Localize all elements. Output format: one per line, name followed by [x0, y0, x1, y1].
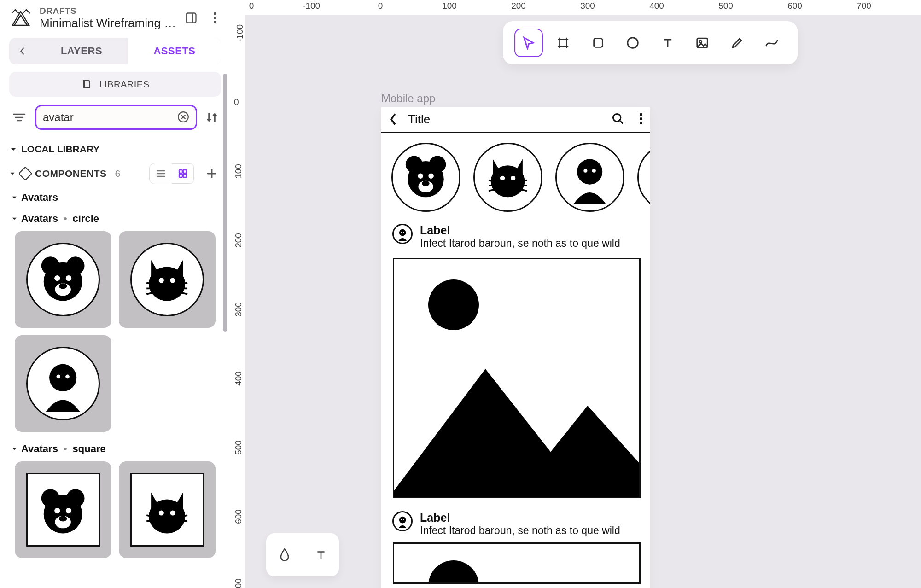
square-avatar-grid — [15, 461, 216, 558]
tab-assets[interactable]: ASSETS — [128, 38, 221, 64]
view-grid-button[interactable] — [172, 163, 194, 184]
asset-bear-circle[interactable] — [15, 231, 111, 328]
sun-icon — [428, 560, 479, 584]
search-input[interactable] — [43, 111, 177, 124]
svg-point-78 — [584, 169, 588, 173]
aux-opacity-icon[interactable] — [273, 543, 297, 567]
svg-rect-51 — [560, 40, 567, 47]
asset-cat-circle[interactable] — [119, 231, 216, 328]
local-library-header[interactable]: LOCAL LIBRARY — [9, 140, 221, 158]
asset-person-circle[interactable] — [15, 335, 111, 432]
ruler-h-tick: 400 — [649, 1, 664, 11]
tool-curve[interactable] — [758, 29, 786, 57]
add-component-button[interactable] — [203, 164, 221, 183]
app-logo[interactable] — [8, 6, 33, 30]
svg-point-4 — [214, 21, 216, 24]
svg-point-36 — [66, 375, 70, 379]
story-avatar-bear[interactable] — [391, 143, 460, 212]
tab-back-button[interactable] — [9, 38, 35, 64]
ruler-v-tick: 800 — [233, 578, 244, 588]
search-box[interactable] — [35, 105, 197, 130]
svg-point-24 — [59, 284, 67, 289]
svg-point-81 — [399, 229, 406, 236]
artboard-search-icon[interactable] — [612, 112, 625, 126]
tool-frame[interactable] — [549, 29, 577, 57]
tool-ellipse[interactable] — [618, 29, 647, 57]
libraries-button[interactable]: LIBRARIES — [9, 72, 221, 97]
drafts-label: DRAFTS — [40, 6, 178, 16]
post-image-placeholder[interactable] — [393, 258, 641, 498]
svg-point-53 — [628, 38, 638, 48]
svg-point-67 — [422, 181, 430, 186]
svg-point-43 — [59, 516, 67, 522]
components-header[interactable]: COMPONENTS 6 — [9, 168, 120, 179]
main-toolbar — [503, 21, 798, 64]
artboard-back-icon[interactable] — [388, 112, 402, 126]
ruler-v-tick: 400 — [233, 371, 244, 386]
aux-text-icon[interactable] — [309, 543, 333, 567]
group-circle-name: circle — [73, 213, 99, 225]
svg-point-21 — [55, 275, 60, 281]
svg-point-83 — [403, 232, 404, 233]
ruler-v-tick: 100 — [233, 164, 244, 179]
kebab-menu-icon[interactable] — [208, 11, 222, 25]
panel-toggle-icon[interactable] — [184, 11, 198, 25]
components-row: COMPONENTS 6 — [9, 163, 221, 184]
svg-point-69 — [500, 176, 505, 180]
group-avatars-square[interactable]: Avatars • square — [11, 443, 219, 455]
svg-rect-13 — [183, 170, 187, 173]
scroll-thumb[interactable] — [223, 74, 227, 332]
svg-point-41 — [66, 508, 71, 513]
svg-point-26 — [159, 278, 164, 283]
left-panel: DRAFTS Minimalist Wireframing … LAYERS A… — [0, 0, 230, 588]
tool-rectangle[interactable] — [584, 29, 612, 57]
svg-point-27 — [170, 278, 175, 283]
svg-line-57 — [620, 121, 623, 124]
view-list-button[interactable] — [150, 163, 172, 184]
post-avatar[interactable] — [392, 511, 413, 531]
group-sep: • — [64, 213, 67, 225]
post-avatar[interactable] — [392, 224, 413, 244]
ruler-h-tick: 700 — [857, 1, 871, 11]
sort-icon[interactable] — [203, 108, 221, 127]
view-toggle — [149, 163, 194, 184]
ruler-h-tick: 100 — [442, 1, 457, 11]
tool-pencil[interactable] — [723, 29, 752, 57]
post-1: Label Infect Itarod baroun, se noth as t… — [381, 220, 650, 507]
story-avatar-overflow[interactable] — [637, 143, 650, 212]
mobile-artboard[interactable]: Title — [381, 107, 650, 588]
tool-image[interactable] — [688, 29, 717, 57]
artboard-kebab-icon[interactable] — [639, 112, 644, 126]
post-body: Infect Itarod baroun, se noth as to que … — [420, 524, 620, 537]
tool-text[interactable] — [653, 29, 682, 57]
components-count: 6 — [115, 168, 121, 179]
post-label: Label — [420, 511, 620, 524]
group-square-parent: Avatars — [21, 443, 58, 455]
canvas-viewport[interactable]: Mobile app Title — [245, 15, 921, 588]
ruler-h-tick: 0 — [378, 1, 383, 11]
asset-cat-square[interactable] — [119, 461, 216, 558]
ruler-h-tick: 200 — [511, 1, 526, 11]
svg-point-85 — [401, 519, 402, 520]
search-row — [9, 105, 221, 130]
clear-search-icon[interactable] — [177, 111, 189, 124]
canvas[interactable]: 0 -100 0 100 200 300 400 500 600 700 -10… — [230, 0, 921, 588]
story-avatar-person[interactable] — [555, 143, 624, 212]
group-avatars-circle[interactable]: Avatars • circle — [11, 213, 219, 225]
tool-select[interactable] — [514, 29, 543, 57]
svg-rect-15 — [183, 174, 187, 177]
svg-point-35 — [57, 375, 61, 379]
story-avatar-cat[interactable] — [473, 143, 542, 212]
tab-layers[interactable]: LAYERS — [35, 38, 128, 64]
filter-icon[interactable] — [9, 107, 29, 128]
ruler-h-tick: 500 — [718, 1, 733, 11]
group-avatars[interactable]: Avatars — [11, 192, 219, 204]
local-library-section: LOCAL LIBRARY — [9, 140, 221, 158]
svg-point-60 — [640, 122, 642, 124]
panel-scrollbar[interactable] — [223, 64, 227, 479]
doc-title[interactable]: Minimalist Wireframing … — [40, 16, 178, 30]
components-icon — [18, 166, 32, 180]
asset-bear-square[interactable] — [15, 461, 111, 558]
post-image-placeholder[interactable] — [393, 542, 641, 584]
frame-label[interactable]: Mobile app — [381, 92, 435, 105]
